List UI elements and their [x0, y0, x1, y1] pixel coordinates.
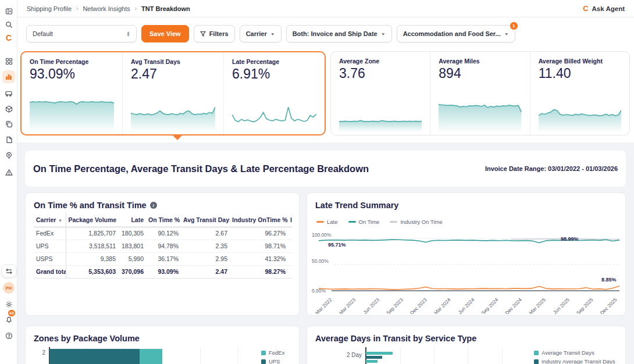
table-row-fedex: FedEx1,825,707180,30590.12%2.6796.27% — [34, 227, 292, 240]
kpi-card-average-miles[interactable]: Average Miles894 — [430, 52, 529, 135]
svg-text:Sep 2025: Sep 2025 — [575, 297, 594, 314]
user-avatar[interactable]: PH — [3, 282, 15, 294]
chevron-down-icon: ▼ — [504, 31, 509, 35]
alerts-warning-icon[interactable] — [0, 166, 17, 179]
breadcrumb-separator: › — [76, 5, 78, 12]
save-view-button[interactable]: Save View — [141, 25, 189, 42]
legend-item-late[interactable]: Late — [316, 219, 338, 225]
cell: Grand total — [34, 265, 66, 278]
breadcrumb-shipping-profile[interactable]: Shipping Profile — [27, 5, 72, 12]
kpi-card-on-time-percentage[interactable]: On Time Percentage93.09% — [22, 52, 122, 134]
filters-button[interactable]: Filters — [194, 25, 235, 42]
zones-legend: FedExUPS — [261, 349, 284, 364]
info-icon[interactable]: i — [150, 202, 157, 209]
kpi-sparkline — [439, 97, 521, 131]
kpi-value: 6.91% — [232, 66, 316, 82]
col-carrier[interactable]: Carrier▼ — [34, 213, 66, 227]
breadcrumb-network-insights[interactable]: Network Insights — [83, 5, 130, 12]
bar-segment-ups[interactable] — [49, 349, 140, 364]
cell: USPS — [34, 252, 66, 265]
cell: 2.35 — [181, 240, 230, 252]
chart-annotation: 95.71% — [328, 242, 346, 248]
brand-logo[interactable]: C — [0, 31, 17, 44]
idea-icon[interactable] — [0, 149, 17, 162]
industry-dropdown[interactable]: Accommodation and Food Ser... ▼ 1 — [397, 25, 515, 42]
y-axis-category: 2 — [37, 349, 45, 356]
settings-gear-icon[interactable] — [0, 298, 17, 311]
kpi-card-avg-transit-days[interactable]: Avg Transit Days2.47 — [122, 52, 223, 134]
svg-text:Dec 2024: Dec 2024 — [504, 297, 523, 314]
chevron-down-icon: ▼ — [381, 31, 386, 35]
legend-item-fedex[interactable]: FedEx — [261, 349, 284, 356]
legend-label: Industry On Time — [400, 219, 442, 225]
cell: 41.32% — [230, 252, 288, 265]
kpi-group-selected: On Time Percentage93.09%Avg Transit Days… — [20, 51, 326, 135]
bar-segment-fedex[interactable] — [140, 349, 162, 364]
gridline — [434, 347, 434, 364]
date-mode-dropdown[interactable]: Both: Invoice and Ship Date ▼ — [286, 25, 392, 42]
kpi-sparkline — [339, 97, 422, 131]
svg-text:Dec 2025: Dec 2025 — [599, 297, 618, 314]
help-icon[interactable] — [0, 329, 17, 342]
sidebar-toggle-icon[interactable] — [0, 5, 17, 17]
bar[interactable] — [366, 360, 377, 363]
legend-item-ups[interactable]: UPS — [261, 358, 284, 364]
table-row-grand-total: Grand total5,353,603370,09693.09%2.4798.… — [34, 265, 292, 278]
kpi-label: Average Zone — [339, 58, 422, 65]
analytics-icon-active[interactable] — [2, 70, 15, 83]
zones-panel: Zones by Package Volume 2FedExUPS — [25, 326, 300, 364]
table-title: On Time % and Transit Time i — [34, 201, 157, 210]
svg-text:Jun 2023: Jun 2023 — [362, 297, 380, 314]
search-icon[interactable] — [0, 18, 17, 31]
svg-text:Jun 2024: Jun 2024 — [457, 297, 476, 314]
copy-docs-icon[interactable] — [0, 117, 17, 130]
legend-swatch-icon — [261, 359, 266, 364]
kpi-label: Late Percentage — [232, 58, 316, 65]
y-axis-category: 2 Day — [336, 352, 362, 358]
view-select[interactable]: Default ▲▼ — [26, 25, 137, 42]
funnel-icon — [200, 31, 206, 37]
notifications-bell-icon[interactable]: 43 — [0, 313, 17, 326]
cell: 2.67 — [181, 227, 230, 240]
legend-swatch-icon — [348, 221, 356, 223]
cell: 2.95 — [181, 252, 230, 265]
chart-annotation: 8.85% — [601, 277, 617, 283]
svg-text:Sep 2023: Sep 2023 — [385, 297, 404, 314]
cell: 90.12% — [146, 227, 181, 240]
cell: 5,990 — [118, 252, 146, 265]
gridline — [238, 347, 238, 364]
transit-legend: Average Transit DaysIndustry Average Tra… — [534, 349, 615, 364]
legend-label: FedEx — [269, 349, 284, 356]
kpi-card-average-zone[interactable]: Average Zone3.76 — [331, 52, 430, 135]
document-icon[interactable] — [0, 133, 17, 146]
package-cube-icon[interactable] — [0, 102, 17, 115]
kpi-label: On Time Percentage — [30, 58, 114, 65]
legend-item-industry-average-transit-days[interactable]: Industry Average Transit Days — [534, 358, 615, 364]
table-row-usps: USPS9,3855,99036.17%2.9541.32% — [34, 252, 292, 265]
legend-item-average-transit-days[interactable]: Average Transit Days — [534, 349, 615, 356]
ask-agent-button[interactable]: C Ask Agent — [583, 4, 625, 13]
kpi-sparkline — [30, 96, 114, 131]
carrier-table: Carrier▼Package VolumeLateOn Time %Avg T… — [34, 213, 292, 279]
col-avg-transit-days: Avg Transit Days — [181, 213, 230, 227]
select-spinner-icon: ▲▼ — [126, 31, 130, 37]
transfer-icon[interactable] — [2, 265, 16, 277]
breadcrumb-separator: › — [135, 5, 137, 12]
kpi-group-other: Average Zone3.76Average Miles894Average … — [330, 51, 630, 135]
kpi-label: Average Billed Weight — [539, 58, 621, 65]
legend-item-industry-on-time[interactable]: Industry On Time — [390, 219, 442, 225]
bar[interactable] — [366, 352, 393, 355]
legend-label: UPS — [269, 358, 280, 364]
ontime-transit-table-panel: On Time % and Transit Time i Carrier▼Pac… — [25, 192, 300, 316]
bar[interactable] — [366, 356, 382, 359]
cell: 93.09% — [146, 265, 181, 278]
legend-item-on-time[interactable]: On Time — [348, 219, 380, 225]
fleet-truck-icon[interactable] — [0, 87, 17, 99]
legend-swatch-icon — [534, 359, 539, 364]
legend-label: Late — [327, 219, 338, 225]
col-industry-ontime: Industry OnTime % — [230, 213, 288, 227]
kpi-card-late-percentage[interactable]: Late Percentage6.91% — [223, 52, 325, 134]
kpi-card-average-billed-weight[interactable]: Average Billed Weight11.40 — [530, 52, 629, 135]
dashboard-icon[interactable] — [0, 55, 17, 67]
carrier-dropdown[interactable]: Carrier ▼ — [240, 25, 282, 42]
